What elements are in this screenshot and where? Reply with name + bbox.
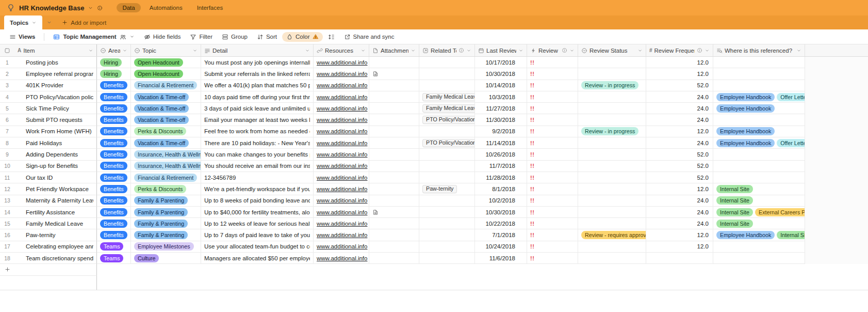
view-switcher[interactable]: Topic Management	[49, 32, 138, 42]
topic-cell[interactable]: Perks & Discounts	[131, 183, 201, 195]
detail-cell[interactable]: Managers are allocated $50 per employee …	[201, 253, 314, 264]
related-cell[interactable]	[419, 207, 475, 218]
resource-link[interactable]: www.additional.info	[317, 82, 367, 88]
topic-cell[interactable]: Family & Parenting	[131, 218, 201, 229]
row-number[interactable]: 4	[0, 91, 14, 103]
resource-cell[interactable]: www.additional.info	[314, 172, 369, 183]
status-cell[interactable]: Review - requires approval	[578, 229, 646, 241]
related-cell[interactable]	[419, 161, 475, 172]
row-number[interactable]: 2	[0, 68, 14, 80]
referenced-cell[interactable]: Internal SiteExternal Careers Page	[713, 207, 805, 218]
date-cell[interactable]: 10/2/2018	[475, 195, 527, 207]
area-cell[interactable]: Benefits	[97, 80, 131, 91]
resource-cell[interactable]: www.additional.info	[314, 229, 369, 241]
frequency-cell[interactable]: 52.0	[646, 172, 713, 183]
nav-data[interactable]: Data	[117, 3, 140, 12]
resource-cell[interactable]: www.additional.info	[314, 195, 369, 207]
status-cell[interactable]	[578, 149, 646, 160]
status-cell[interactable]	[578, 207, 646, 218]
resource-cell[interactable]: www.additional.info	[314, 241, 369, 253]
detail-cell[interactable]: Up to 8 weeks of paid bonding leave and …	[201, 195, 314, 207]
related-cell[interactable]	[419, 229, 475, 241]
date-cell[interactable]: 11/27/2018	[475, 103, 527, 114]
related-cell[interactable]: Family Medical Leave	[419, 103, 475, 114]
resource-link[interactable]: www.additional.info	[317, 117, 367, 123]
item-cell[interactable]: 401K Provider	[14, 80, 97, 91]
attachment-cell[interactable]	[369, 91, 419, 103]
related-cell[interactable]	[419, 218, 475, 229]
flag-cell[interactable]: !!	[527, 229, 578, 241]
area-cell[interactable]: Benefits	[97, 195, 131, 207]
row-number[interactable]: 17	[0, 241, 14, 253]
topic-cell[interactable]: Family & Parenting	[131, 207, 201, 218]
status-cell[interactable]	[578, 137, 646, 149]
row-number[interactable]: 13	[0, 195, 14, 207]
detail-cell[interactable]: Up to 12 weeks of leave for serious heal…	[201, 218, 314, 229]
detail-cell[interactable]: 10 days paid time off during your first …	[201, 91, 314, 103]
date-cell[interactable]: 7/1/2018	[475, 229, 527, 241]
date-cell[interactable]: 10/24/2018	[475, 241, 527, 253]
item-cell[interactable]: Submit PTO requests	[14, 114, 97, 126]
related-cell[interactable]	[419, 172, 475, 183]
referenced-cell[interactable]	[713, 241, 805, 253]
attachment-cell[interactable]	[369, 253, 419, 264]
nav-interfaces[interactable]: Interfaces	[191, 3, 229, 12]
resource-cell[interactable]: www.additional.info	[314, 218, 369, 229]
resource-link[interactable]: www.additional.info	[317, 243, 367, 249]
status-cell[interactable]: Review - in progress	[578, 126, 646, 137]
topic-cell[interactable]: Vacation & Time-off	[131, 103, 201, 114]
flag-cell[interactable]: !!	[527, 91, 578, 103]
frequency-cell[interactable]: 24.0	[646, 195, 713, 207]
topic-cell[interactable]: Culture	[131, 253, 201, 264]
status-cell[interactable]	[578, 241, 646, 253]
resource-link[interactable]: www.additional.info	[317, 59, 367, 66]
resource-link[interactable]: www.additional.info	[317, 255, 367, 261]
topic-cell[interactable]: Financial & Retirement	[131, 172, 201, 183]
flag-cell[interactable]: !!	[527, 253, 578, 264]
toolbar-group-button[interactable]: Group	[218, 32, 252, 42]
resource-cell[interactable]: www.additional.info	[314, 57, 369, 68]
resource-cell[interactable]: www.additional.info	[314, 161, 369, 172]
related-cell[interactable]	[419, 241, 475, 253]
date-cell[interactable]: 10/14/2018	[475, 80, 527, 91]
flag-cell[interactable]: !!	[527, 68, 578, 80]
status-cell[interactable]	[578, 68, 646, 80]
row-number[interactable]: 11	[0, 172, 14, 183]
item-cell[interactable]: Maternity & Paternity Leave	[14, 195, 97, 207]
topic-cell[interactable]: Family & Parenting	[131, 195, 201, 207]
related-cell[interactable]: Paw-ternity	[419, 183, 475, 195]
frequency-cell[interactable]: 24.0	[646, 207, 713, 218]
flag-cell[interactable]: !!	[527, 207, 578, 218]
resource-cell[interactable]: www.additional.info	[314, 68, 369, 80]
item-cell[interactable]: PTO Policy/Vacation policy	[14, 91, 97, 103]
area-cell[interactable]: Benefits	[97, 103, 131, 114]
topic-cell[interactable]: Perks & Discounts	[131, 126, 201, 137]
topic-cell[interactable]: Employee Milestones	[131, 241, 201, 253]
row-number[interactable]: 16	[0, 229, 14, 241]
attachment-cell[interactable]	[369, 80, 419, 91]
topic-cell[interactable]: Family & Parenting	[131, 229, 201, 241]
detail-cell[interactable]: There are 10 paid holidays: - New Year's…	[201, 137, 314, 149]
area-cell[interactable]: Benefits	[97, 229, 131, 241]
detail-cell[interactable]: Submit your referrals in the linked refe…	[201, 68, 314, 80]
item-cell[interactable]: Sick Time Policy	[14, 103, 97, 114]
related-cell[interactable]	[419, 80, 475, 91]
frequency-cell[interactable]: 12.0	[646, 229, 713, 241]
attachment-cell[interactable]	[369, 172, 419, 183]
frequency-cell[interactable]: 52.0	[646, 161, 713, 172]
info-icon[interactable]	[97, 5, 103, 11]
column-header-resource[interactable]: Resources	[314, 44, 369, 56]
flag-cell[interactable]: !!	[527, 149, 578, 160]
topic-cell[interactable]: Vacation & Time-off	[131, 114, 201, 126]
related-cell[interactable]	[419, 253, 475, 264]
item-cell[interactable]: Team discretionary spend	[14, 253, 97, 264]
flag-cell[interactable]: !!	[527, 161, 578, 172]
attachment-cell[interactable]	[369, 103, 419, 114]
topic-cell[interactable]: Vacation & Time-off	[131, 137, 201, 149]
related-cell[interactable]	[419, 149, 475, 160]
row-number[interactable]: 3	[0, 80, 14, 91]
attachment-cell[interactable]	[369, 241, 419, 253]
topic-cell[interactable]: Insurance, Health & Wellness	[131, 149, 201, 160]
item-cell[interactable]: Celebrating employee anniver...	[14, 241, 97, 253]
area-cell[interactable]: Benefits	[97, 137, 131, 149]
